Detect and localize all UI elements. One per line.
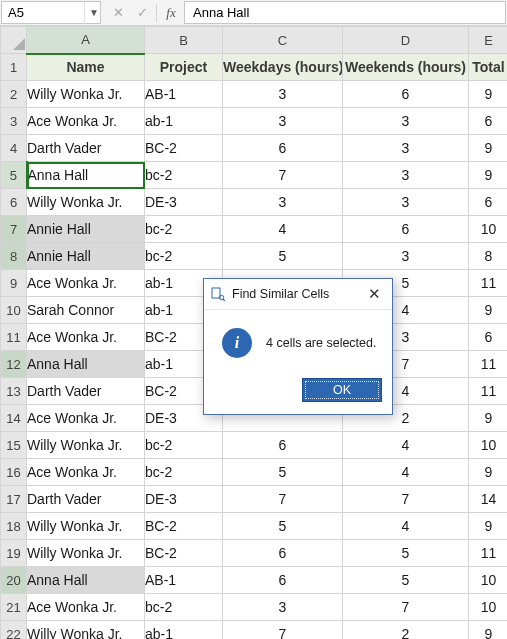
row-header-1[interactable]: 1 bbox=[1, 54, 27, 81]
name-box-input[interactable] bbox=[2, 5, 84, 20]
row-header[interactable]: 18 bbox=[1, 513, 27, 540]
cell-total[interactable]: 6 bbox=[469, 189, 508, 216]
cell-weekdays[interactable]: 7 bbox=[223, 486, 343, 513]
cell-name[interactable]: Darth Vader bbox=[27, 378, 145, 405]
cell-project[interactable]: BC-2 bbox=[145, 540, 223, 567]
row-header[interactable]: 19 bbox=[1, 540, 27, 567]
cell-name[interactable]: Darth Vader bbox=[27, 135, 145, 162]
col-header-B[interactable]: B bbox=[145, 27, 223, 54]
cell-weekdays[interactable]: 6 bbox=[223, 540, 343, 567]
ok-button[interactable]: OK bbox=[302, 378, 382, 402]
select-all-corner[interactable] bbox=[1, 27, 27, 54]
cell-project[interactable]: AB-1 bbox=[145, 81, 223, 108]
row-header[interactable]: 6 bbox=[1, 189, 27, 216]
cell-project[interactable]: AB-1 bbox=[145, 567, 223, 594]
row-header[interactable]: 9 bbox=[1, 270, 27, 297]
cell-weekdays[interactable]: 5 bbox=[223, 243, 343, 270]
cell-weekdays[interactable]: 3 bbox=[223, 108, 343, 135]
cell-weekdays[interactable]: 7 bbox=[223, 162, 343, 189]
cell-weekends[interactable]: 3 bbox=[343, 189, 469, 216]
formula-input-wrap[interactable] bbox=[184, 1, 506, 24]
cell-name[interactable]: Willy Wonka Jr. bbox=[27, 81, 145, 108]
cell-total[interactable]: 9 bbox=[469, 513, 508, 540]
cell-total[interactable]: 10 bbox=[469, 216, 508, 243]
name-box[interactable]: ▼ bbox=[1, 1, 101, 24]
name-box-dropdown[interactable]: ▼ bbox=[84, 2, 103, 24]
cell-total[interactable]: 10 bbox=[469, 567, 508, 594]
cell-name[interactable]: Willy Wonka Jr. bbox=[27, 432, 145, 459]
cell-project[interactable]: DE-3 bbox=[145, 486, 223, 513]
close-icon[interactable]: ✕ bbox=[360, 285, 388, 303]
formula-input[interactable] bbox=[185, 5, 505, 20]
header-cell-name[interactable]: Name bbox=[27, 54, 145, 81]
cell-total[interactable]: 6 bbox=[469, 324, 508, 351]
cell-total[interactable]: 9 bbox=[469, 162, 508, 189]
cell-name[interactable]: Annie Hall bbox=[27, 216, 145, 243]
row-header[interactable]: 20 bbox=[1, 567, 27, 594]
cell-total[interactable]: 11 bbox=[469, 378, 508, 405]
col-header-E[interactable]: E bbox=[469, 27, 508, 54]
cell-weekdays[interactable]: 6 bbox=[223, 135, 343, 162]
cell-weekdays[interactable]: 5 bbox=[223, 459, 343, 486]
cell-total[interactable]: 6 bbox=[469, 108, 508, 135]
row-header[interactable]: 12 bbox=[1, 351, 27, 378]
cell-total[interactable]: 10 bbox=[469, 594, 508, 621]
cell-weekdays[interactable]: 3 bbox=[223, 594, 343, 621]
cell-weekends[interactable]: 3 bbox=[343, 162, 469, 189]
cell-name[interactable]: Annie Hall bbox=[27, 243, 145, 270]
col-header-D[interactable]: D bbox=[343, 27, 469, 54]
col-header-C[interactable]: C bbox=[223, 27, 343, 54]
cell-name[interactable]: Ace Wonka Jr. bbox=[27, 459, 145, 486]
cell-weekends[interactable]: 4 bbox=[343, 459, 469, 486]
cell-weekdays[interactable]: 6 bbox=[223, 432, 343, 459]
cell-total[interactable]: 9 bbox=[469, 135, 508, 162]
row-header[interactable]: 17 bbox=[1, 486, 27, 513]
cell-weekends[interactable]: 6 bbox=[343, 216, 469, 243]
cell-name[interactable]: Ace Wonka Jr. bbox=[27, 324, 145, 351]
cell-weekdays[interactable]: 3 bbox=[223, 189, 343, 216]
cell-weekends[interactable]: 7 bbox=[343, 486, 469, 513]
row-header[interactable]: 11 bbox=[1, 324, 27, 351]
cell-weekends[interactable]: 3 bbox=[343, 108, 469, 135]
cell-name[interactable]: Willy Wonka Jr. bbox=[27, 513, 145, 540]
cell-project[interactable]: DE-3 bbox=[145, 189, 223, 216]
cell-name[interactable]: Ace Wonka Jr. bbox=[27, 270, 145, 297]
cell-name[interactable]: Anna Hall bbox=[27, 162, 145, 189]
col-header-A[interactable]: A bbox=[27, 27, 145, 54]
cell-total[interactable]: 11 bbox=[469, 540, 508, 567]
header-cell-weekends[interactable]: Weekends (hours) bbox=[343, 54, 469, 81]
cell-weekends[interactable]: 6 bbox=[343, 81, 469, 108]
cell-project[interactable]: ab-1 bbox=[145, 621, 223, 640]
cell-name[interactable]: Willy Wonka Jr. bbox=[27, 621, 145, 640]
cell-weekdays[interactable]: 7 bbox=[223, 621, 343, 640]
row-header[interactable]: 15 bbox=[1, 432, 27, 459]
row-header[interactable]: 7 bbox=[1, 216, 27, 243]
row-header[interactable]: 8 bbox=[1, 243, 27, 270]
row-header[interactable]: 4 bbox=[1, 135, 27, 162]
cell-total[interactable]: 9 bbox=[469, 297, 508, 324]
cell-total[interactable]: 8 bbox=[469, 243, 508, 270]
row-header[interactable]: 13 bbox=[1, 378, 27, 405]
cell-name[interactable]: Ace Wonka Jr. bbox=[27, 405, 145, 432]
cell-name[interactable]: Ace Wonka Jr. bbox=[27, 108, 145, 135]
cell-name[interactable]: Anna Hall bbox=[27, 351, 145, 378]
row-header[interactable]: 22 bbox=[1, 621, 27, 640]
fx-icon[interactable]: fx bbox=[159, 2, 183, 24]
cell-total[interactable]: 11 bbox=[469, 351, 508, 378]
cell-name[interactable]: Anna Hall bbox=[27, 567, 145, 594]
row-header[interactable]: 2 bbox=[1, 81, 27, 108]
cell-name[interactable]: Willy Wonka Jr. bbox=[27, 189, 145, 216]
cell-weekends[interactable]: 5 bbox=[343, 567, 469, 594]
row-header[interactable]: 21 bbox=[1, 594, 27, 621]
row-header[interactable]: 14 bbox=[1, 405, 27, 432]
cell-weekends[interactable]: 2 bbox=[343, 621, 469, 640]
cell-project[interactable]: bc-2 bbox=[145, 459, 223, 486]
cell-total[interactable]: 9 bbox=[469, 459, 508, 486]
cell-weekends[interactable]: 3 bbox=[343, 135, 469, 162]
cell-weekdays[interactable]: 5 bbox=[223, 513, 343, 540]
cell-total[interactable]: 9 bbox=[469, 621, 508, 640]
cell-weekends[interactable]: 4 bbox=[343, 432, 469, 459]
cell-weekends[interactable]: 4 bbox=[343, 513, 469, 540]
cell-total[interactable]: 11 bbox=[469, 270, 508, 297]
cell-project[interactable]: bc-2 bbox=[145, 216, 223, 243]
